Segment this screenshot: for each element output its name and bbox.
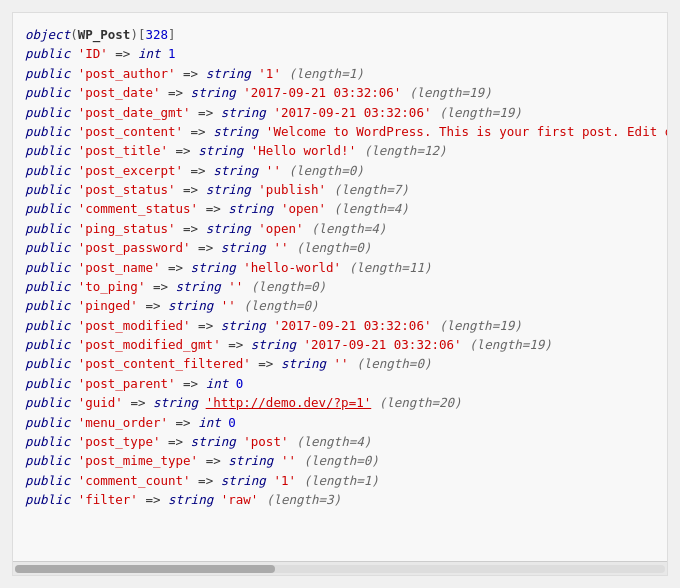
horizontal-scrollbar[interactable] <box>13 561 667 575</box>
code-content[interactable]: object(WP_Post)[328] public 'ID' => int … <box>13 13 667 561</box>
property-line: public 'guid' => string 'http://demo.dev… <box>25 393 655 412</box>
property-line: public 'post_mime_type' => string '' (le… <box>25 451 655 470</box>
property-line: public 'post_type' => string 'post' (len… <box>25 432 655 451</box>
property-line: public 'post_date_gmt' => string '2017-0… <box>25 103 655 122</box>
scrollbar-thumb <box>15 565 275 573</box>
property-line: public 'post_excerpt' => string '' (leng… <box>25 161 655 180</box>
property-line: public 'post_content' => string 'Welcome… <box>25 122 655 141</box>
property-line: public 'post_status' => string 'publish'… <box>25 180 655 199</box>
property-line: public 'ID' => int 1 <box>25 44 655 63</box>
property-line: public 'post_password' => string '' (len… <box>25 238 655 257</box>
property-line: public 'post_name' => string 'hello-worl… <box>25 258 655 277</box>
property-line: public 'post_modified_gmt' => string '20… <box>25 335 655 354</box>
property-line: public 'pinged' => string '' (length=0) <box>25 296 655 315</box>
property-line: public 'post_title' => string 'Hello wor… <box>25 141 655 160</box>
object-header: object(WP_Post)[328] <box>25 25 655 44</box>
property-line: public 'post_parent' => int 0 <box>25 374 655 393</box>
scrollbar-track <box>15 565 665 573</box>
property-line: public 'comment_count' => string '1' (le… <box>25 471 655 490</box>
property-line: public 'post_modified' => string '2017-0… <box>25 316 655 335</box>
code-panel: object(WP_Post)[328] public 'ID' => int … <box>12 12 668 576</box>
main-container: object(WP_Post)[328] public 'ID' => int … <box>0 0 680 588</box>
property-line: public 'post_author' => string '1' (leng… <box>25 64 655 83</box>
property-line: public 'comment_status' => string 'open'… <box>25 199 655 218</box>
property-line: public 'post_date' => string '2017-09-21… <box>25 83 655 102</box>
property-line: public 'filter' => string 'raw' (length=… <box>25 490 655 509</box>
property-line: public 'post_content_filtered' => string… <box>25 354 655 373</box>
property-line: public 'to_ping' => string '' (length=0) <box>25 277 655 296</box>
property-line: public 'menu_order' => int 0 <box>25 413 655 432</box>
property-line: public 'ping_status' => string 'open' (l… <box>25 219 655 238</box>
